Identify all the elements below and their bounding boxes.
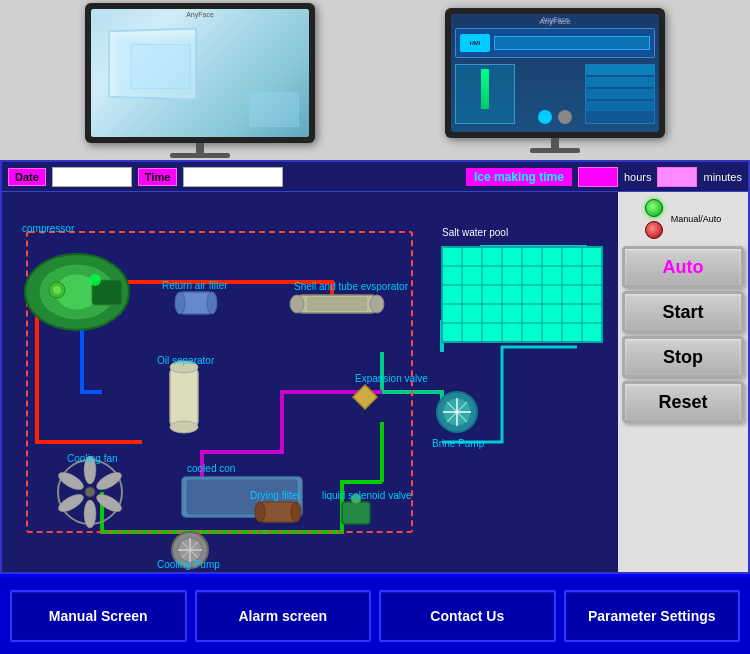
svg-text:liquid solenoid valve: liquid solenoid valve: [322, 490, 412, 501]
parameter-settings-button[interactable]: Parameter Settings: [564, 590, 741, 642]
left-monitor: AnyFace: [85, 3, 315, 143]
time-label: Time: [138, 168, 177, 186]
main-hmi: Date Time Ice making time hours minutes: [0, 160, 750, 574]
ice-cube-3: [249, 92, 299, 127]
svg-text:Return air filter: Return air filter: [162, 280, 228, 291]
hmi-header: Date Time Ice making time hours minutes: [2, 162, 748, 192]
svg-text:cooled con: cooled con: [187, 463, 235, 474]
hours-label: hours: [624, 171, 652, 183]
right-monitor-stand: [551, 138, 559, 148]
date-input[interactable]: [52, 167, 132, 187]
svg-text:Cooling fan: Cooling fan: [67, 453, 118, 464]
svg-point-33: [207, 292, 217, 314]
svg-point-20: [89, 274, 101, 286]
process-diagram: compressor Return air filter Oil separat…: [2, 192, 622, 574]
right-hmi-panel: [585, 64, 655, 124]
start-button[interactable]: Start: [622, 291, 744, 333]
svg-point-36: [170, 421, 198, 433]
svg-point-56: [84, 500, 96, 528]
svg-text:compressor: compressor: [22, 223, 75, 234]
left-monitor-base: [170, 153, 230, 158]
svg-text:Cooling Pump: Cooling Pump: [157, 559, 220, 570]
green-light: [645, 199, 663, 217]
right-monitor-base: [530, 148, 580, 153]
right-hmi-buttons: [538, 110, 572, 124]
auto-button[interactable]: Auto: [622, 246, 744, 288]
ice-making-label: Ice making time: [466, 168, 572, 186]
top-section: AnyFace AnyFace HMI: [0, 0, 750, 160]
traffic-light: [645, 199, 663, 239]
svg-point-48: [291, 502, 301, 522]
svg-rect-34: [170, 367, 198, 427]
svg-text:Oil separator: Oil separator: [157, 355, 215, 366]
left-monitor-screen: AnyFace: [91, 9, 309, 137]
right-monitor: AnyFace HMI: [445, 8, 665, 138]
svg-point-47: [255, 502, 265, 522]
date-label: Date: [8, 168, 46, 186]
control-panel: Manual/Auto Auto Start Stop Reset: [618, 192, 748, 572]
stop-button[interactable]: Stop: [622, 336, 744, 378]
red-light: [645, 221, 663, 239]
ice-hours-value[interactable]: [578, 167, 618, 187]
bottom-nav: Manual Screen Alarm screen Contact Us Pa…: [0, 574, 750, 654]
svg-text:Brine Pump: Brine Pump: [432, 438, 485, 449]
left-monitor-brand: AnyFace: [186, 11, 214, 18]
manual-auto-section: Manual/Auto: [622, 196, 744, 246]
svg-text:Shell and tube evsporator: Shell and tube evsporator: [294, 281, 409, 292]
svg-point-23: [370, 295, 384, 313]
ice-minutes-value[interactable]: [657, 167, 697, 187]
contact-us-button[interactable]: Contact Us: [379, 590, 556, 642]
minutes-label: minutes: [703, 171, 742, 183]
svg-point-22: [290, 295, 304, 313]
svg-text:Expansion valve: Expansion valve: [355, 373, 428, 384]
time-input[interactable]: [183, 167, 283, 187]
svg-point-32: [175, 292, 185, 314]
alarm-screen-button[interactable]: Alarm screen: [195, 590, 372, 642]
svg-rect-49: [342, 502, 370, 524]
right-hmi-header: HMI: [455, 28, 655, 58]
right-monitor-brand: AnyFace: [541, 16, 569, 23]
diagram-area: compressor Return air filter Oil separat…: [2, 192, 622, 572]
svg-point-52: [85, 487, 95, 497]
ice-cube-2: [131, 43, 191, 89]
reset-button[interactable]: Reset: [622, 381, 744, 423]
right-hmi-gauge: [455, 64, 515, 124]
manual-screen-button[interactable]: Manual Screen: [10, 590, 187, 642]
svg-text:Salt water pool: Salt water pool: [442, 227, 508, 238]
svg-text:Drying filter: Drying filter: [250, 490, 301, 501]
manual-auto-label: Manual/Auto: [671, 214, 722, 224]
svg-point-19: [53, 286, 61, 294]
left-monitor-stand: [196, 143, 204, 153]
right-monitor-screen: AnyFace HMI: [451, 14, 659, 132]
